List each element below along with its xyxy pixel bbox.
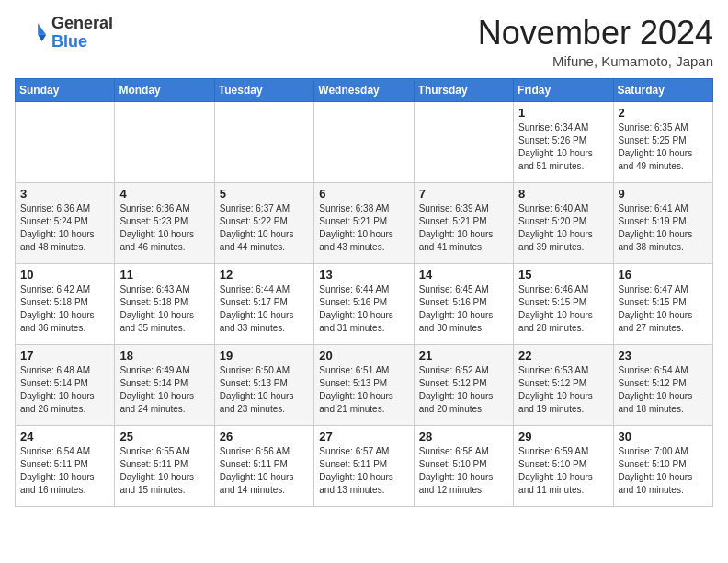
day-number: 13	[319, 268, 408, 282]
day-info: Sunrise: 6:57 AM Sunset: 5:11 PM Dayligh…	[319, 445, 408, 497]
day-number: 15	[518, 268, 608, 282]
day-info: Sunrise: 6:50 AM Sunset: 5:13 PM Dayligh…	[220, 364, 309, 416]
svg-marker-0	[38, 23, 46, 35]
month-title: November 2024	[478, 15, 713, 52]
day-info: Sunrise: 6:36 AM Sunset: 5:23 PM Dayligh…	[119, 202, 209, 254]
calendar-week-4: 17Sunrise: 6:48 AM Sunset: 5:14 PM Dayli…	[16, 344, 713, 425]
calendar-cell: 8Sunrise: 6:40 AM Sunset: 5:20 PM Daylig…	[514, 182, 613, 263]
calendar-cell	[115, 101, 214, 182]
calendar-cell	[314, 101, 414, 182]
calendar-week-2: 3Sunrise: 6:36 AM Sunset: 5:24 PM Daylig…	[16, 182, 713, 263]
day-info: Sunrise: 6:49 AM Sunset: 5:14 PM Dayligh…	[119, 364, 209, 416]
day-info: Sunrise: 6:43 AM Sunset: 5:18 PM Dayligh…	[119, 283, 209, 335]
day-number: 23	[619, 349, 708, 362]
day-info: Sunrise: 6:42 AM Sunset: 5:18 PM Dayligh…	[20, 283, 109, 335]
calendar-cell: 23Sunrise: 6:54 AM Sunset: 5:12 PM Dayli…	[613, 344, 712, 425]
day-info: Sunrise: 6:47 AM Sunset: 5:15 PM Dayligh…	[619, 283, 708, 335]
day-number: 12	[220, 268, 309, 282]
calendar-table: SundayMondayTuesdayWednesdayThursdayFrid…	[15, 78, 713, 507]
calendar-cell: 9Sunrise: 6:41 AM Sunset: 5:19 PM Daylig…	[613, 182, 712, 263]
day-number: 17	[20, 349, 109, 362]
day-number: 24	[20, 430, 109, 443]
col-header-saturday: Saturday	[613, 78, 712, 101]
day-info: Sunrise: 6:38 AM Sunset: 5:21 PM Dayligh…	[319, 202, 408, 254]
svg-marker-1	[38, 35, 46, 41]
day-info: Sunrise: 7:00 AM Sunset: 5:10 PM Dayligh…	[619, 445, 708, 497]
day-number: 29	[518, 430, 608, 443]
calendar-cell	[16, 101, 115, 182]
calendar-cell: 16Sunrise: 6:47 AM Sunset: 5:15 PM Dayli…	[613, 263, 712, 344]
day-number: 7	[419, 187, 508, 201]
calendar-cell: 29Sunrise: 6:59 AM Sunset: 5:10 PM Dayli…	[514, 425, 613, 506]
calendar-cell: 15Sunrise: 6:46 AM Sunset: 5:15 PM Dayli…	[514, 263, 613, 344]
calendar-cell: 20Sunrise: 6:51 AM Sunset: 5:13 PM Dayli…	[314, 344, 414, 425]
location: Mifune, Kumamoto, Japan	[478, 53, 713, 69]
day-number: 4	[119, 187, 209, 201]
day-info: Sunrise: 6:44 AM Sunset: 5:16 PM Dayligh…	[319, 283, 408, 335]
day-info: Sunrise: 6:54 AM Sunset: 5:12 PM Dayligh…	[619, 364, 708, 416]
day-info: Sunrise: 6:39 AM Sunset: 5:21 PM Dayligh…	[419, 202, 508, 254]
day-number: 18	[119, 349, 209, 362]
day-info: Sunrise: 6:36 AM Sunset: 5:24 PM Dayligh…	[20, 202, 109, 254]
day-number: 28	[419, 430, 508, 443]
day-number: 5	[220, 187, 309, 201]
calendar-cell: 30Sunrise: 7:00 AM Sunset: 5:10 PM Dayli…	[613, 425, 712, 506]
logo-icon	[15, 17, 48, 50]
calendar-week-1: 1Sunrise: 6:34 AM Sunset: 5:26 PM Daylig…	[16, 101, 713, 182]
day-number: 6	[319, 187, 408, 201]
calendar-week-3: 10Sunrise: 6:42 AM Sunset: 5:18 PM Dayli…	[16, 263, 713, 344]
calendar-cell: 13Sunrise: 6:44 AM Sunset: 5:16 PM Dayli…	[314, 263, 414, 344]
col-header-wednesday: Wednesday	[314, 78, 414, 101]
day-number: 11	[119, 268, 209, 282]
day-number: 10	[20, 268, 109, 282]
calendar-header-row: SundayMondayTuesdayWednesdayThursdayFrid…	[16, 78, 713, 101]
calendar-cell: 3Sunrise: 6:36 AM Sunset: 5:24 PM Daylig…	[16, 182, 115, 263]
day-number: 21	[419, 349, 508, 362]
col-header-tuesday: Tuesday	[214, 78, 313, 101]
day-info: Sunrise: 6:48 AM Sunset: 5:14 PM Dayligh…	[20, 364, 109, 416]
logo: General Blue	[15, 15, 113, 52]
day-number: 19	[220, 349, 309, 362]
calendar-cell: 26Sunrise: 6:56 AM Sunset: 5:11 PM Dayli…	[214, 425, 313, 506]
calendar-cell: 12Sunrise: 6:44 AM Sunset: 5:17 PM Dayli…	[214, 263, 313, 344]
title-block: November 2024 Mifune, Kumamoto, Japan	[478, 15, 713, 69]
day-info: Sunrise: 6:37 AM Sunset: 5:22 PM Dayligh…	[220, 202, 309, 254]
day-info: Sunrise: 6:56 AM Sunset: 5:11 PM Dayligh…	[220, 445, 309, 497]
day-info: Sunrise: 6:51 AM Sunset: 5:13 PM Dayligh…	[319, 364, 408, 416]
page-header: General Blue November 2024 Mifune, Kumam…	[15, 15, 713, 69]
day-info: Sunrise: 6:55 AM Sunset: 5:11 PM Dayligh…	[119, 445, 209, 497]
calendar-cell: 24Sunrise: 6:54 AM Sunset: 5:11 PM Dayli…	[16, 425, 115, 506]
calendar-cell: 5Sunrise: 6:37 AM Sunset: 5:22 PM Daylig…	[214, 182, 313, 263]
col-header-thursday: Thursday	[414, 78, 513, 101]
calendar-cell: 7Sunrise: 6:39 AM Sunset: 5:21 PM Daylig…	[414, 182, 513, 263]
day-number: 8	[518, 187, 608, 201]
day-number: 16	[619, 268, 708, 282]
day-number: 27	[319, 430, 408, 443]
calendar-cell: 21Sunrise: 6:52 AM Sunset: 5:12 PM Dayli…	[414, 344, 513, 425]
col-header-monday: Monday	[115, 78, 214, 101]
day-info: Sunrise: 6:44 AM Sunset: 5:17 PM Dayligh…	[220, 283, 309, 335]
day-number: 30	[619, 430, 708, 443]
day-info: Sunrise: 6:52 AM Sunset: 5:12 PM Dayligh…	[419, 364, 508, 416]
calendar-cell: 10Sunrise: 6:42 AM Sunset: 5:18 PM Dayli…	[16, 263, 115, 344]
day-number: 20	[319, 349, 408, 362]
calendar-cell: 27Sunrise: 6:57 AM Sunset: 5:11 PM Dayli…	[314, 425, 414, 506]
day-info: Sunrise: 6:34 AM Sunset: 5:26 PM Dayligh…	[518, 121, 608, 173]
day-info: Sunrise: 6:58 AM Sunset: 5:10 PM Dayligh…	[419, 445, 508, 497]
calendar-cell: 25Sunrise: 6:55 AM Sunset: 5:11 PM Dayli…	[115, 425, 214, 506]
day-info: Sunrise: 6:40 AM Sunset: 5:20 PM Dayligh…	[518, 202, 608, 254]
day-info: Sunrise: 6:59 AM Sunset: 5:10 PM Dayligh…	[518, 445, 608, 497]
day-info: Sunrise: 6:45 AM Sunset: 5:16 PM Dayligh…	[419, 283, 508, 335]
day-number: 1	[518, 106, 608, 120]
calendar-cell	[414, 101, 513, 182]
col-header-friday: Friday	[514, 78, 613, 101]
calendar-week-5: 24Sunrise: 6:54 AM Sunset: 5:11 PM Dayli…	[16, 425, 713, 506]
day-info: Sunrise: 6:41 AM Sunset: 5:19 PM Dayligh…	[619, 202, 708, 254]
calendar-cell: 28Sunrise: 6:58 AM Sunset: 5:10 PM Dayli…	[414, 425, 513, 506]
day-number: 9	[619, 187, 708, 201]
calendar-cell: 11Sunrise: 6:43 AM Sunset: 5:18 PM Dayli…	[115, 263, 214, 344]
day-number: 22	[518, 349, 608, 362]
calendar-cell: 4Sunrise: 6:36 AM Sunset: 5:23 PM Daylig…	[115, 182, 214, 263]
calendar-cell: 1Sunrise: 6:34 AM Sunset: 5:26 PM Daylig…	[514, 101, 613, 182]
calendar-cell: 14Sunrise: 6:45 AM Sunset: 5:16 PM Dayli…	[414, 263, 513, 344]
